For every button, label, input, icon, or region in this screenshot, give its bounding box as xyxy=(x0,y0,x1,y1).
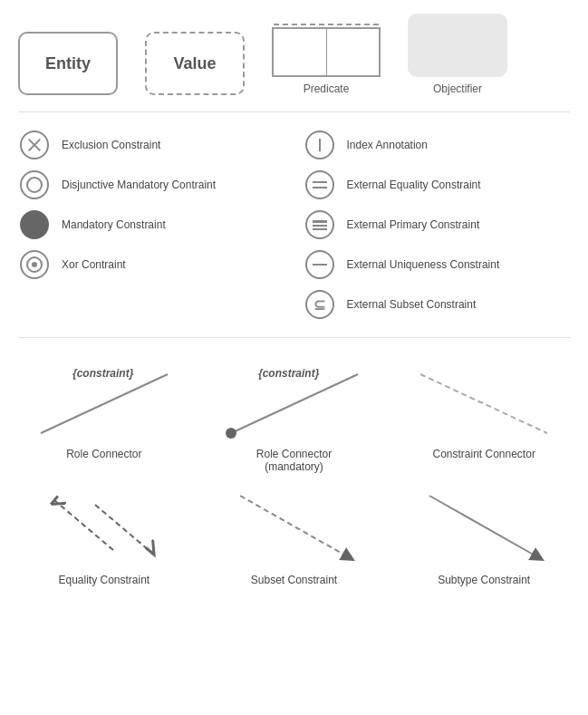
value-box: Value xyxy=(145,32,245,95)
constraint-connector-svg xyxy=(411,361,556,442)
index-label: Index Annotation xyxy=(347,139,428,151)
top-symbols-row: Entity Value Predicate Objectifier xyxy=(18,14,570,112)
value-label: Value xyxy=(173,54,216,73)
disjunctive-icon xyxy=(18,169,51,201)
svg-text:{constraint}: {constraint} xyxy=(258,367,320,380)
connectors-section: {constraint} Role Connector {constraint}… xyxy=(18,361,570,586)
predicate-shape xyxy=(272,27,381,77)
objectifier-box xyxy=(408,14,507,77)
constraint-ext-uniqueness: External Uniqueness Constraint xyxy=(304,248,571,281)
ext-uniqueness-icon xyxy=(304,248,336,281)
subset-constraint-label: Subset Constraint xyxy=(251,574,337,586)
subtype-constraint-label: Subtype Constraint xyxy=(438,574,530,586)
ext-uniqueness-label: External Uniqueness Constraint xyxy=(347,258,500,271)
svg-line-9 xyxy=(429,496,538,557)
legend-page: Entity Value Predicate Objectifier xyxy=(0,0,588,715)
constraint-ext-primary: External Primary Constraint xyxy=(304,208,571,241)
role-connector-svg: {constraint} xyxy=(32,361,177,442)
connectors-row-1: {constraint} Role Connector {constraint}… xyxy=(18,361,570,473)
role-connector-mandatory-label: Role Connector(mandatory) xyxy=(256,448,332,473)
svg-line-5 xyxy=(420,374,547,433)
predicate-symbol: Predicate xyxy=(272,27,381,95)
xor-icon xyxy=(18,248,51,281)
role-connector-mandatory-item: {constraint} Role Connector(mandatory) xyxy=(208,361,381,473)
predicate-cell-2 xyxy=(327,29,380,75)
ext-primary-label: External Primary Constraint xyxy=(347,218,480,231)
predicate-cell-1 xyxy=(274,29,327,75)
role-connector-label: Role Connector xyxy=(66,448,141,460)
exclusion-label: Exclusion Constraint xyxy=(62,139,160,151)
index-icon xyxy=(304,129,336,161)
subset-constraint-item: Subset Constraint xyxy=(208,487,381,586)
entity-symbol: Entity xyxy=(18,32,118,95)
svg-line-7 xyxy=(95,505,154,555)
constraint-xor: Xor Contraint xyxy=(18,248,285,281)
predicate-shape-container xyxy=(272,27,381,77)
entity-box: Entity xyxy=(18,32,118,95)
subtype-constraint-item: Subtype Constraint xyxy=(398,487,570,586)
svg-line-6 xyxy=(54,500,113,550)
ext-equality-label: External Equality Constraint xyxy=(347,179,481,191)
connectors-row-2: Equality Constraint Subset Constraint xyxy=(18,487,570,586)
equality-constraint-svg xyxy=(32,487,177,568)
equality-constraint-label: Equality Constraint xyxy=(58,574,149,586)
equality-constraint-item: Equality Constraint xyxy=(18,487,190,586)
ext-subset-label: External Subset Constraint xyxy=(347,298,477,311)
svg-point-4 xyxy=(226,428,236,439)
constraint-connector-label: Constraint Connector xyxy=(432,448,535,460)
constraint-exclusion: Exclusion Constraint xyxy=(18,129,285,161)
objectifier-label: Objectifier xyxy=(433,82,482,95)
subtype-constraint-svg xyxy=(411,487,556,568)
constraints-section: Exclusion Constraint Index Annotation Di… xyxy=(18,129,570,338)
constraint-ext-subset: ⊆ External Subset Constraint xyxy=(304,288,571,321)
mandatory-icon xyxy=(18,208,51,241)
ext-primary-icon xyxy=(304,208,336,241)
exclusion-icon xyxy=(18,129,51,161)
value-symbol: Value xyxy=(145,32,245,95)
constraint-disjunctive: Disjunctive Mandatory Contraint xyxy=(18,169,285,201)
disjunctive-label: Disjunctive Mandatory Contraint xyxy=(62,179,216,191)
role-connector-mandatory-svg: {constraint} xyxy=(222,361,367,442)
xor-label: Xor Contraint xyxy=(62,258,126,271)
entity-label: Entity xyxy=(45,54,91,73)
constraint-connector-item: Constraint Connector xyxy=(398,361,570,473)
svg-line-3 xyxy=(231,374,358,433)
subset-constraint-svg xyxy=(222,487,367,568)
ext-equality-icon xyxy=(304,169,336,201)
role-connector-item: {constraint} Role Connector xyxy=(18,361,190,473)
constraint-mandatory: Mandatory Constraint xyxy=(18,208,285,241)
predicate-label: Predicate xyxy=(304,82,350,95)
objectifier-symbol: Objectifier xyxy=(408,14,507,95)
ext-subset-icon: ⊆ xyxy=(304,288,336,321)
constraint-ext-equality: External Equality Constraint xyxy=(304,169,571,201)
constraint-index: Index Annotation xyxy=(304,129,571,161)
svg-line-1 xyxy=(41,374,168,433)
svg-line-8 xyxy=(240,496,349,557)
svg-text:{constraint}: {constraint} xyxy=(72,367,134,380)
mandatory-label: Mandatory Constraint xyxy=(62,218,166,231)
